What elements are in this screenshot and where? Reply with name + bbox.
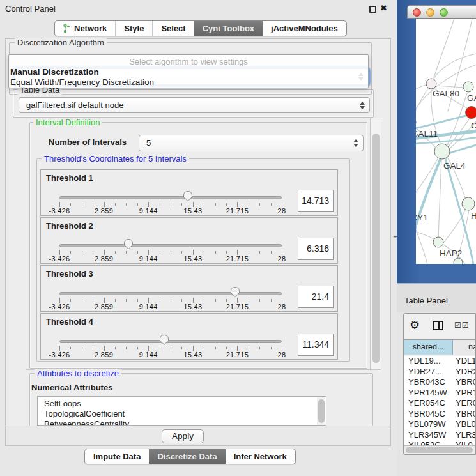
tick-mark [126, 347, 127, 349]
list-item[interactable]: SelfLoops [38, 399, 326, 409]
minimize-traffic-light-icon[interactable] [426, 8, 434, 17]
split-columns-icon[interactable] [433, 321, 443, 330]
tick-label: 9.144 [139, 303, 158, 311]
scrollbar-thumb[interactable] [372, 134, 380, 363]
numerical-attributes-list[interactable]: SelfLoops TopologicalCoefficient Between… [37, 396, 326, 426]
list-vertical-scrollbar[interactable] [317, 397, 325, 426]
tab-jactivemnodules[interactable]: jActiveMNodules [263, 21, 346, 36]
list-item[interactable]: TopologicalCoefficient [38, 409, 326, 419]
tick-mark [148, 346, 149, 351]
tab-select[interactable]: Select [152, 21, 194, 36]
tick-mark [93, 251, 93, 254]
number-of-intervals-combobox[interactable]: 5 [139, 135, 364, 151]
select-columns-icon[interactable]: ☑☑ [454, 321, 470, 330]
tick-mark [271, 203, 272, 206]
table-data-combobox[interactable]: galFiltered.sif default node [19, 97, 370, 113]
tick-mark [237, 202, 238, 207]
table-row[interactable]: YBR045CYBR0... [404, 409, 476, 420]
tab-impute-data[interactable]: Impute Data [85, 449, 149, 464]
column-header-shared-name[interactable]: shared... [404, 340, 453, 355]
cell-name[interactable]: YPR1... [453, 388, 476, 399]
cell-name[interactable]: YDR2... [453, 367, 476, 378]
settings-vertical-scrollbar[interactable] [370, 118, 381, 369]
network-canvas[interactable]: GAL80GACGAL11GAL4GCY1HHAP2 [416, 19, 476, 264]
interval-definition-group: Interval Definition Number of Intervals … [29, 122, 367, 369]
tick-mark [59, 346, 60, 351]
cell-shared-name[interactable]: YBR043C [404, 377, 453, 388]
scrollbar-thumb[interactable] [318, 399, 325, 423]
tick-label: -3.426 [49, 255, 70, 263]
network-node[interactable] [434, 144, 450, 159]
cell-name[interactable]: YBL0... [453, 419, 476, 430]
slider-track[interactable] [59, 244, 282, 247]
popup-option-manual[interactable]: Manual Discretization [10, 67, 99, 77]
network-node[interactable] [433, 237, 443, 247]
table-row[interactable]: YPR145WYPR1... [404, 388, 476, 399]
cell-shared-name[interactable]: YLR345W [404, 430, 453, 441]
cell-name[interactable]: YER0... [453, 398, 476, 409]
cell-shared-name[interactable]: YBR045C [404, 409, 453, 420]
threshold-value-field[interactable]: 14.713 [298, 190, 334, 212]
tick-mark [82, 347, 82, 349]
tick-mark [271, 347, 272, 349]
slider-track[interactable] [59, 340, 282, 343]
table-row[interactable]: YBR043CYBR0... [404, 377, 476, 388]
network-edge [438, 160, 441, 237]
scrollbar-thumb[interactable] [406, 447, 473, 453]
network-node[interactable] [454, 258, 463, 264]
tick-label: 28 [278, 351, 286, 358]
threshold-value-field[interactable]: 11.344 [298, 334, 334, 356]
network-window-titlebar[interactable] [407, 5, 476, 19]
tab-network[interactable]: Network [55, 21, 115, 36]
column-header-name[interactable]: na... [453, 340, 476, 355]
table-panel-title: Table Panel [404, 296, 448, 305]
thresholds-group: Threshold's Coordinates for 5 Intervals … [36, 158, 350, 362]
table-row[interactable]: YDR27...YDR2... [404, 367, 476, 378]
slider-thumb-icon[interactable] [230, 286, 240, 298]
zoom-traffic-light-icon[interactable] [440, 8, 448, 17]
tick-mark [160, 203, 160, 206]
cell-shared-name[interactable]: YDL19... [404, 356, 453, 367]
slider-thumb-icon[interactable] [159, 334, 169, 346]
network-node[interactable] [466, 107, 476, 119]
panel-resize-grip[interactable]: ◂▸ [393, 235, 396, 241]
cell-shared-name[interactable]: YBL079W [404, 419, 453, 430]
tab-discretize-data[interactable]: Discretize Data [149, 449, 225, 464]
cell-shared-name[interactable]: YPR145W [404, 388, 453, 399]
cell-name[interactable]: YDL1... [453, 356, 476, 367]
table-row[interactable]: YDL19...YDL1... [404, 356, 476, 367]
cell-shared-name[interactable]: YER054C [404, 398, 453, 409]
cell-name[interactable]: YBR0... [453, 377, 476, 388]
tab-infer-network[interactable]: Infer Network [226, 449, 295, 464]
network-node[interactable] [426, 79, 436, 89]
network-node-label: H [471, 211, 476, 220]
tab-infer-network-label: Infer Network [234, 452, 287, 461]
close-icon[interactable]: ✖ [380, 3, 387, 13]
tick-mark [70, 203, 71, 206]
table-row[interactable]: YBL079WYBL0... [404, 419, 476, 430]
cell-name[interactable]: YBR0... [453, 409, 476, 420]
slider-track[interactable] [59, 292, 282, 295]
float-window-icon[interactable] [369, 6, 376, 13]
apply-button[interactable]: Apply [162, 429, 204, 443]
table-row[interactable]: YLR345WYLR3... [404, 430, 476, 441]
table-horizontal-scrollbar[interactable] [404, 445, 475, 453]
slider-track[interactable] [59, 196, 282, 199]
gear-icon[interactable]: ⚙ [410, 318, 420, 332]
network-node[interactable] [462, 197, 475, 210]
threshold-value-field[interactable]: 6.316 [298, 238, 334, 260]
tab-style[interactable]: Style [115, 21, 152, 36]
cell-name[interactable]: YLR3... [453, 430, 476, 441]
slider-thumb-icon[interactable] [123, 238, 134, 250]
list-item[interactable]: BetweennessCentrality [38, 419, 326, 426]
table-row[interactable]: YER054CYER0... [404, 398, 476, 409]
number-of-intervals-label: Number of Intervals [49, 137, 127, 147]
close-traffic-light-icon[interactable] [413, 8, 421, 17]
cell-shared-name[interactable]: YDR27... [404, 367, 453, 378]
popup-option-equal-width[interactable]: Equal Width/Frequency Discretization [10, 77, 154, 87]
tab-cyni-toolbox[interactable]: Cyni Toolbox [194, 21, 263, 36]
threshold-value-field[interactable]: 21.4 [298, 286, 334, 308]
network-node[interactable] [463, 82, 473, 92]
slider-thumb-icon[interactable] [183, 190, 193, 202]
tick-mark [104, 250, 105, 255]
